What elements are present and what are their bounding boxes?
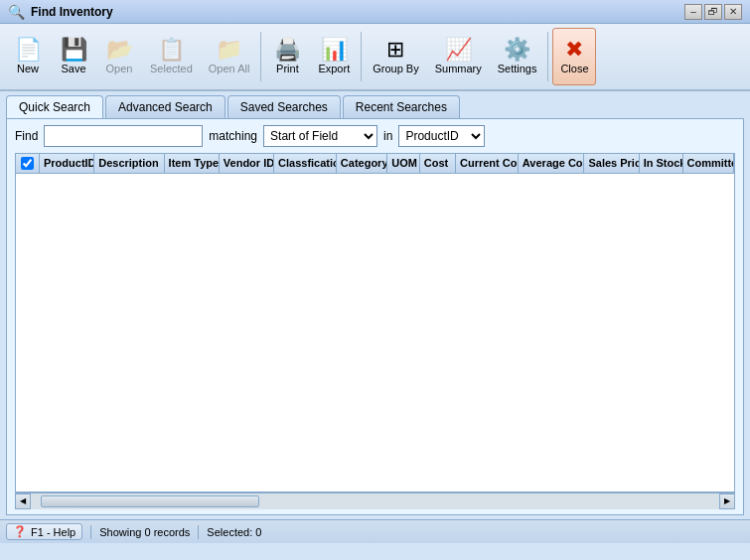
select-all-checkbox[interactable] — [21, 157, 34, 170]
records-count: Showing 0 records — [99, 526, 190, 538]
table-header: ProductID Description Item Type Vendor I… — [16, 154, 734, 174]
scroll-left-button[interactable]: ◀ — [15, 493, 31, 509]
help-button[interactable]: ❓ F1 - Help — [6, 523, 82, 540]
scroll-thumb[interactable] — [41, 495, 259, 507]
in-label: in — [383, 129, 392, 143]
close-button[interactable]: ✖ Close — [552, 28, 596, 85]
results-table: ProductID Description Item Type Vendor I… — [15, 153, 735, 492]
col-productid[interactable]: ProductID — [40, 154, 94, 173]
window-close-button[interactable]: ✕ — [724, 4, 742, 20]
minimize-button[interactable]: – — [684, 4, 702, 20]
col-cost[interactable]: Cost — [420, 154, 456, 173]
toolbar-separator-3 — [547, 32, 548, 81]
help-icon: ❓ — [13, 525, 27, 538]
matching-select[interactable]: Start of Field Any Part of Field Exact M… — [263, 125, 377, 147]
col-description[interactable]: Description — [94, 154, 164, 173]
status-separator-1 — [90, 525, 91, 539]
col-itemtype[interactable]: Item Type — [165, 154, 220, 173]
col-uom[interactable]: UOM — [387, 154, 419, 173]
window-controls: – 🗗 ✕ — [684, 4, 742, 20]
summary-icon: 📈 — [445, 39, 472, 61]
col-instock[interactable]: In Stock — [640, 154, 683, 173]
export-button[interactable]: 📊 Export — [311, 28, 357, 85]
settings-button[interactable]: ⚙️ Settings — [491, 28, 544, 85]
open-label: Open — [106, 63, 133, 74]
summary-label: Summary — [435, 63, 482, 74]
export-label: Export — [318, 63, 350, 74]
open-all-icon: 📁 — [216, 39, 242, 61]
group-by-button[interactable]: ⊞ Group By — [366, 28, 425, 85]
new-button[interactable]: 📄 New — [6, 28, 50, 85]
selected-label: Selected — [150, 63, 193, 74]
toolbar: 📄 New 💾 Save 📂 Open 📋 Selected 📁 Open Al… — [0, 24, 750, 91]
save-icon: 💾 — [61, 39, 87, 61]
group-by-label: Group By — [373, 63, 418, 74]
export-icon: 📊 — [321, 39, 348, 61]
matching-label: matching — [209, 129, 257, 143]
open-button[interactable]: 📂 Open — [97, 28, 141, 85]
new-label: New — [17, 63, 39, 74]
col-classification[interactable]: Classfication — [274, 154, 337, 173]
col-vendorid[interactable]: Vendor ID — [220, 154, 274, 173]
col-currentcost[interactable]: Current Cost — [456, 154, 519, 173]
col-category[interactable]: Category — [337, 154, 387, 173]
tab-saved-searches[interactable]: Saved Searches — [227, 95, 341, 118]
horizontal-scrollbar[interactable]: ◀ ▶ — [15, 492, 735, 508]
main-content: Quick Search Advanced Search Saved Searc… — [0, 91, 750, 519]
selected-button[interactable]: 📋 Selected — [143, 28, 200, 85]
print-label: Print — [276, 63, 299, 74]
find-label: Find — [15, 129, 38, 143]
restore-button[interactable]: 🗗 — [704, 4, 722, 20]
open-all-label: Open All — [209, 63, 250, 74]
status-bar: ❓ F1 - Help Showing 0 records Selected: … — [0, 519, 750, 543]
close-label: Close — [560, 63, 588, 74]
print-icon: 🖨️ — [274, 39, 301, 61]
tab-bar: Quick Search Advanced Search Saved Searc… — [6, 95, 744, 118]
search-input[interactable] — [44, 125, 203, 147]
summary-button[interactable]: 📈 Summary — [428, 28, 489, 85]
help-label: F1 - Help — [31, 526, 75, 538]
close-icon: ✖ — [565, 39, 583, 61]
open-all-button[interactable]: 📁 Open All — [202, 28, 257, 85]
save-button[interactable]: 💾 Save — [52, 28, 95, 85]
selected-icon: 📋 — [158, 39, 185, 61]
tab-recent-searches[interactable]: Recent Searches — [343, 95, 460, 118]
print-button[interactable]: 🖨️ Print — [265, 28, 309, 85]
toolbar-separator-1 — [260, 32, 261, 81]
tab-advanced-search[interactable]: Advanced Search — [105, 95, 225, 118]
col-salesprice[interactable]: Sales Price — [584, 154, 639, 173]
search-panel: Find matching Start of Field Any Part of… — [6, 118, 744, 515]
save-label: Save — [61, 63, 85, 74]
open-icon: 📂 — [106, 39, 133, 61]
settings-icon: ⚙️ — [504, 39, 530, 61]
title-bar: 🔍 Find Inventory – 🗗 ✕ — [0, 0, 750, 24]
window-icon: 🔍 — [8, 4, 25, 20]
group-by-icon: ⊞ — [386, 39, 404, 61]
col-committed[interactable]: Committed — [683, 154, 734, 173]
search-row: Find matching Start of Field Any Part of… — [15, 125, 735, 147]
toolbar-separator-2 — [361, 32, 362, 81]
scroll-right-button[interactable]: ▶ — [719, 493, 735, 509]
settings-label: Settings — [498, 63, 537, 74]
select-all-column[interactable] — [16, 154, 40, 173]
in-select[interactable]: ProductID Description Item Type Vendor I… — [398, 125, 485, 147]
col-avgcost[interactable]: Average Cost — [519, 154, 585, 173]
window-title: Find Inventory — [31, 5, 678, 19]
selected-count: Selected: 0 — [207, 526, 261, 538]
new-icon: 📄 — [15, 39, 42, 61]
scroll-track[interactable] — [31, 493, 719, 509]
status-separator-2 — [198, 525, 199, 539]
tab-quick-search[interactable]: Quick Search — [6, 95, 103, 118]
table-body — [16, 174, 734, 491]
